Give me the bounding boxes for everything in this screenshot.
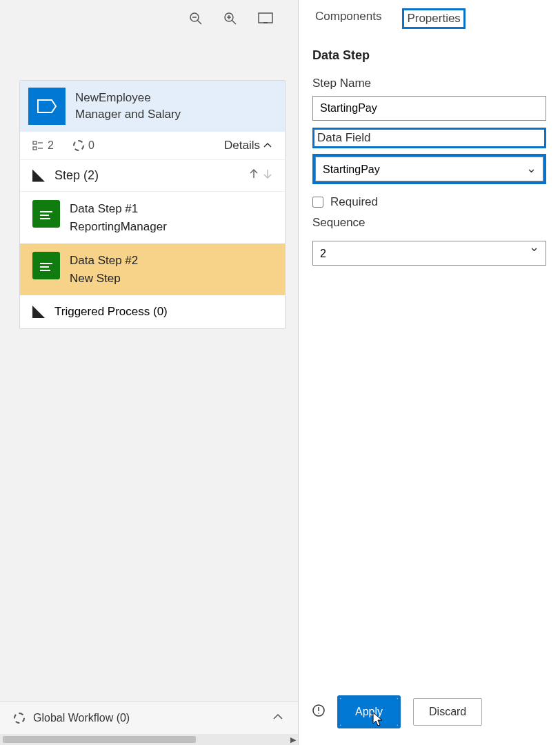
data-field-select[interactable]: StartingPay xyxy=(315,157,543,181)
properties-panel: Data Step Step Name Data Field StartingP… xyxy=(299,33,560,686)
required-checkbox[interactable] xyxy=(312,197,323,208)
svg-rect-7 xyxy=(259,13,272,23)
data-step-1[interactable]: Data Step #1 ReportingManager xyxy=(20,192,285,244)
triggered-label: Triggered Process (0) xyxy=(54,305,168,319)
tab-properties[interactable]: Properties xyxy=(402,8,465,29)
required-row: Required xyxy=(312,195,546,209)
global-workflow-label: Global Workflow (0) xyxy=(33,712,130,724)
data-field-select-wrap: StartingPay xyxy=(312,154,546,184)
zoom-in-icon[interactable] xyxy=(223,12,237,28)
meta-steps: 2 xyxy=(32,139,54,152)
scroll-right-icon[interactable]: ▶ xyxy=(288,735,298,744)
tabs: Components Properties xyxy=(299,0,560,33)
section-title: Data Step xyxy=(312,48,546,63)
data-field-label: Data Field xyxy=(312,128,546,148)
info-icon[interactable] xyxy=(312,704,325,719)
data-step-1-sub: ReportingManager xyxy=(70,218,167,236)
apply-button-highlight: Apply xyxy=(337,695,401,728)
sequence-select[interactable]: 2 xyxy=(312,241,546,266)
svg-line-4 xyxy=(232,21,237,25)
svg-rect-11 xyxy=(33,147,37,150)
step-header-row[interactable]: Step (2) xyxy=(20,160,285,192)
sequence-select-wrap: 2 xyxy=(312,235,546,266)
svg-rect-9 xyxy=(33,141,37,144)
svg-point-17 xyxy=(318,713,319,714)
left-panel: NewEmployee Manager and Salary 2 0 Detai… xyxy=(0,0,298,745)
card-header[interactable]: NewEmployee Manager and Salary xyxy=(20,81,285,132)
card-title-1: NewEmployee xyxy=(75,90,181,106)
step-name-input[interactable] xyxy=(312,96,546,121)
details-toggle[interactable]: Details xyxy=(224,139,272,152)
required-label: Required xyxy=(330,195,378,209)
card-title-2: Manager and Salary xyxy=(75,106,181,123)
global-workflow-bar[interactable]: Global Workflow (0) xyxy=(0,702,298,734)
sequence-label: Sequence xyxy=(312,216,546,230)
flag-icon xyxy=(32,306,45,318)
discard-button[interactable]: Discard xyxy=(413,698,482,726)
flag-icon xyxy=(32,170,45,182)
svg-line-1 xyxy=(198,21,202,25)
data-step-icon xyxy=(32,252,60,279)
data-step-icon xyxy=(32,200,60,228)
tab-components[interactable]: Components xyxy=(312,8,384,29)
toolbar xyxy=(0,0,298,40)
card-meta-row: 2 0 Details xyxy=(20,132,285,160)
data-step-1-title: Data Step #1 xyxy=(70,200,167,218)
dashed-circle-icon xyxy=(14,713,25,724)
step-header-label: Step (2) xyxy=(54,168,99,183)
stage-icon xyxy=(28,88,66,125)
horizontal-scrollbar[interactable]: ▶ xyxy=(0,734,298,745)
chevron-up-icon[interactable] xyxy=(272,712,284,724)
zoom-out-icon[interactable] xyxy=(189,12,203,28)
actions-bar: Apply Discard xyxy=(299,686,560,745)
fit-screen-icon[interactable] xyxy=(258,12,273,28)
stage-card: NewEmployee Manager and Salary 2 0 Detai… xyxy=(19,80,286,329)
move-up-icon[interactable] xyxy=(249,168,259,183)
data-step-2[interactable]: Data Step #2 New Step xyxy=(20,244,285,295)
scrollbar-thumb[interactable] xyxy=(3,736,196,743)
apply-button[interactable]: Apply xyxy=(340,698,398,726)
move-down-icon[interactable] xyxy=(263,168,272,183)
data-step-2-sub: New Step xyxy=(70,270,138,288)
dashed-circle-icon xyxy=(73,140,84,151)
data-step-2-title: Data Step #2 xyxy=(70,252,138,270)
triggered-process-row[interactable]: Triggered Process (0) xyxy=(20,295,285,328)
meta-processes: 0 xyxy=(73,139,94,152)
right-panel: Components Properties Data Step Step Nam… xyxy=(298,0,560,745)
step-name-label: Step Name xyxy=(312,77,546,90)
